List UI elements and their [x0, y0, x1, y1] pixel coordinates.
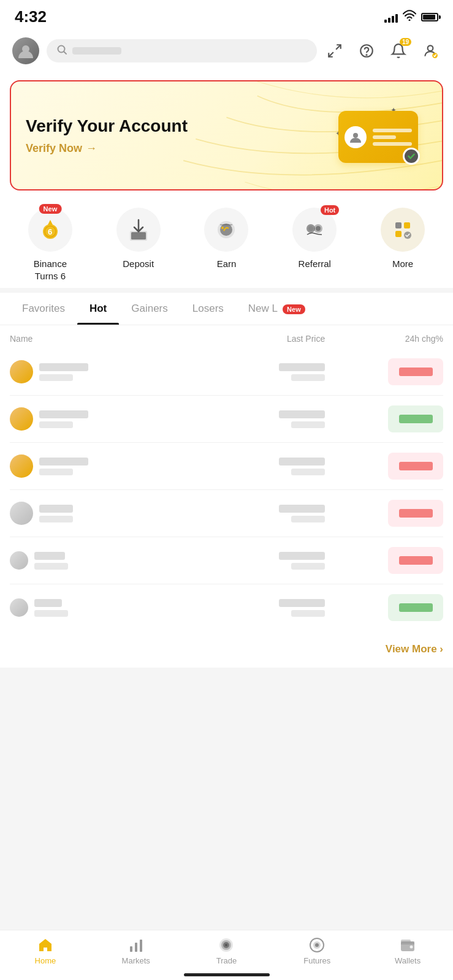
- svg-point-20: [308, 226, 313, 231]
- coin-text: [39, 363, 88, 381]
- expand-icon-btn[interactable]: [324, 40, 345, 61]
- coin-info: [10, 407, 167, 431]
- deposit-label: Deposit: [123, 258, 154, 270]
- coin-price: [167, 599, 325, 617]
- avatar[interactable]: [12, 37, 39, 64]
- markets-icon: [126, 937, 146, 954]
- header-price: Last Price: [167, 334, 325, 344]
- coin-icon: [10, 454, 33, 478]
- svg-line-3: [336, 45, 341, 50]
- coin-change: [325, 500, 443, 527]
- view-more-link[interactable]: View More ›: [386, 643, 443, 655]
- coin-change: [325, 358, 443, 385]
- notification-icon-btn[interactable]: 19: [388, 40, 409, 61]
- svg-text:6: 6: [48, 227, 52, 236]
- svg-rect-24: [395, 231, 402, 237]
- banner-image: ✦ ✦: [329, 99, 427, 172]
- tab-losers[interactable]: Losers: [180, 293, 236, 325]
- coin-text: [34, 599, 68, 617]
- home-icon: [36, 937, 55, 954]
- bottom-nav-home[interactable]: Home: [0, 937, 91, 965]
- profile-icon-btn[interactable]: [420, 40, 441, 61]
- coin-price: [167, 552, 325, 570]
- tab-gainers[interactable]: Gainers: [119, 293, 180, 325]
- svg-point-9: [353, 133, 358, 138]
- svg-rect-28: [140, 940, 142, 952]
- bottom-nav: Home Markets Trade: [0, 930, 453, 980]
- support-icon-btn[interactable]: [356, 40, 377, 61]
- id-card-illustration: ✦ ✦: [335, 105, 421, 166]
- notification-badge: 19: [400, 38, 411, 46]
- coin-icon: [10, 407, 33, 431]
- action-referral[interactable]: Hot Referral: [278, 208, 351, 270]
- table-row[interactable]: [10, 584, 443, 631]
- status-icons: [384, 10, 438, 24]
- table-header: Name Last Price 24h chg%: [10, 325, 443, 349]
- earn-label: Earn: [217, 258, 237, 270]
- banner-link[interactable]: Verify Now →: [26, 142, 188, 155]
- banner-title: Verify Your Account: [26, 116, 188, 137]
- bottom-nav-markets[interactable]: Markets: [91, 937, 181, 965]
- svg-rect-23: [404, 222, 410, 228]
- deposit-icon-wrap: [116, 208, 161, 252]
- table-row[interactable]: [10, 490, 443, 537]
- referral-label: Referral: [299, 258, 331, 270]
- table-row[interactable]: [10, 349, 443, 396]
- banner-container: Verify Your Account Verify Now → ✦ ✦: [0, 70, 453, 195]
- more-icon-wrap: [381, 208, 425, 252]
- action-more[interactable]: More: [366, 208, 440, 270]
- id-card-avatar: [345, 126, 367, 148]
- coin-price: [167, 458, 325, 475]
- banner-text: Verify Your Account Verify Now →: [26, 116, 188, 156]
- bottom-nav-futures[interactable]: Futures: [272, 937, 362, 965]
- coin-change: [325, 547, 443, 574]
- battery-icon: [421, 13, 438, 21]
- svg-point-39: [410, 946, 413, 949]
- market-section: Favorites Hot Gainers Losers New L New N…: [0, 293, 453, 668]
- futures-label: Futures: [303, 956, 330, 965]
- coin-change: [325, 594, 443, 621]
- referral-icon-wrap: Hot: [292, 208, 337, 252]
- hot-badge: Hot: [321, 205, 339, 215]
- coin-price: [167, 363, 325, 381]
- coin-icon: [10, 502, 33, 525]
- svg-rect-22: [395, 222, 402, 228]
- signal-icon: [384, 12, 398, 23]
- coin-text: [39, 505, 73, 522]
- svg-point-17: [221, 227, 224, 229]
- header-change: 24h chg%: [325, 334, 443, 344]
- table-row[interactable]: [10, 537, 443, 584]
- svg-point-35: [315, 943, 319, 947]
- svg-point-0: [409, 20, 411, 21]
- tab-favorites[interactable]: Favorites: [10, 293, 77, 325]
- id-card-lines: [373, 129, 412, 146]
- table-row[interactable]: [10, 443, 443, 490]
- action-earn[interactable]: Earn: [189, 208, 263, 270]
- home-label: Home: [35, 956, 56, 965]
- bottom-nav-wallets[interactable]: Wallets: [362, 937, 453, 965]
- tab-new[interactable]: New L New: [236, 293, 318, 325]
- futures-icon: [307, 937, 327, 954]
- view-more[interactable]: View More ›: [0, 631, 453, 668]
- action-binance-turns-6[interactable]: New 6 BinanceTurns 6: [13, 208, 87, 282]
- trade-label: Trade: [216, 956, 237, 965]
- verify-banner[interactable]: Verify Your Account Verify Now → ✦ ✦: [10, 80, 443, 190]
- new-tab-badge: New: [283, 304, 305, 314]
- coin-info: [10, 360, 167, 383]
- coin-icon: [10, 551, 28, 570]
- search-icon: [56, 44, 67, 58]
- coin-text: [39, 410, 88, 428]
- home-indicator: [184, 973, 270, 976]
- coin-price: [167, 410, 325, 428]
- action-deposit[interactable]: Deposit: [102, 208, 175, 270]
- coin-price: [167, 505, 325, 522]
- coin-text: [39, 458, 88, 475]
- tab-hot[interactable]: Hot: [77, 293, 119, 325]
- bottom-nav-trade[interactable]: Trade: [181, 937, 272, 965]
- search-bar[interactable]: [47, 39, 317, 62]
- table-row[interactable]: [10, 396, 443, 443]
- earn-icon-wrap: [204, 208, 248, 252]
- binance-turns-6-icon-wrap: New 6: [28, 208, 72, 252]
- svg-line-4: [329, 52, 333, 57]
- svg-rect-38: [401, 940, 411, 943]
